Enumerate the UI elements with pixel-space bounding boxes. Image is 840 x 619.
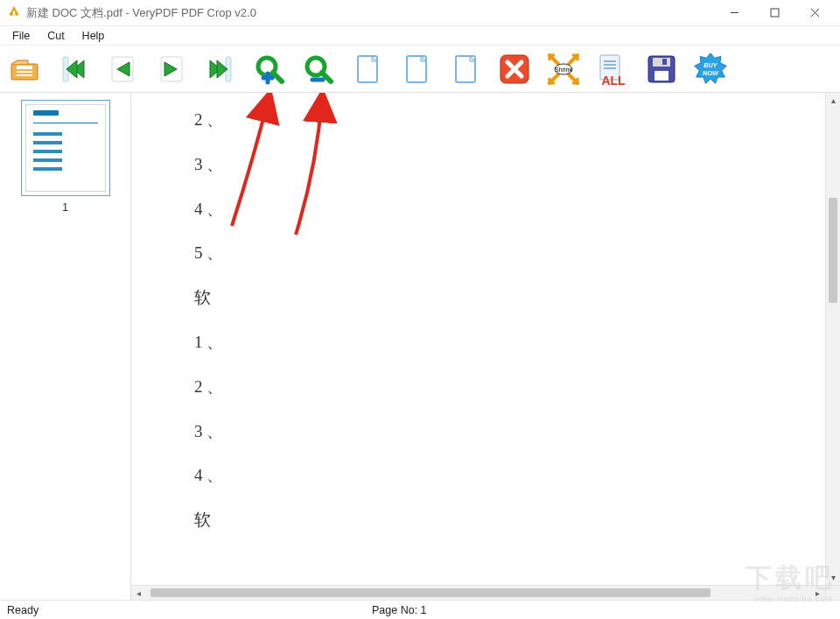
toolbar: Shrink ALL BUY NOW — [0, 46, 840, 93]
status-bar: Ready Page No: 1 — [0, 600, 840, 619]
watermark-text: 下载吧 — [746, 560, 835, 596]
svg-rect-5 — [17, 71, 32, 73]
document-text: 2 、3 、4 、5 、软1 、2 、3 、4 、软 — [194, 110, 223, 531]
thumbnail-label: 1 — [62, 201, 68, 214]
horizontal-scroll-thumb[interactable] — [150, 588, 710, 597]
close-button[interactable] — [794, 0, 835, 26]
open-button[interactable] — [5, 50, 44, 88]
svg-rect-26 — [654, 71, 668, 81]
shrink-button[interactable]: Shrink — [544, 50, 583, 88]
document-line: 2 、 — [194, 377, 223, 397]
buy-now-button[interactable]: BUY NOW — [691, 50, 730, 88]
save-button[interactable] — [642, 50, 681, 88]
svg-point-1 — [15, 12, 18, 16]
svg-rect-20 — [604, 60, 616, 62]
document-line: 2 、 — [194, 110, 223, 130]
horizontal-scrollbar[interactable]: ◂ ▸ — [131, 585, 825, 600]
document-line: 3 、 — [194, 155, 223, 175]
thumbnail-preview — [25, 104, 106, 192]
next-page-button[interactable] — [152, 50, 191, 88]
svg-point-0 — [10, 12, 13, 16]
document-line: 5 、 — [194, 243, 223, 264]
main-area: 1 2 、3 、4 、5 、软1 、2 、3 、4 、软 — [0, 93, 840, 600]
zoom-out-button[interactable] — [299, 50, 338, 88]
title-bar: 新建 DOC 文档.pdf - VeryPDF PDF Crop v2.0 — [0, 0, 840, 26]
vertical-scroll-thumb[interactable] — [829, 198, 837, 303]
thumbnail-1[interactable] — [21, 100, 110, 196]
document-line: 4 、 — [194, 466, 223, 486]
svg-text:BUY: BUY — [704, 61, 718, 69]
status-page-number: Page No: 1 — [372, 604, 427, 616]
svg-text:NOW: NOW — [703, 69, 719, 77]
svg-text:Shrink: Shrink — [555, 67, 572, 73]
svg-rect-22 — [604, 67, 616, 69]
scroll-up-arrow-icon[interactable]: ▴ — [826, 93, 840, 108]
svg-text:ALL: ALL — [601, 74, 626, 87]
minimize-button[interactable] — [714, 0, 754, 26]
document-line: 4 、 — [194, 200, 223, 220]
window-title: 新建 DOC 文档.pdf - VeryPDF PDF Crop v2.0 — [26, 5, 256, 21]
menu-bar: File Cut Help — [0, 26, 840, 46]
maximize-button[interactable] — [754, 0, 794, 26]
svg-rect-27 — [662, 59, 667, 65]
annotation-arrow-zoom-out — [280, 93, 350, 245]
svg-rect-25 — [653, 58, 670, 67]
app-icon — [7, 4, 21, 21]
thumbnail-panel: 1 — [0, 93, 131, 600]
menu-file[interactable]: File — [5, 28, 37, 44]
page-canvas[interactable]: 2 、3 、4 、5 、软1 、2 、3 、4 、软 — [131, 93, 825, 585]
last-page-button[interactable] — [201, 50, 240, 88]
blank-page-button-1[interactable] — [348, 50, 387, 88]
document-line: 软 — [194, 288, 223, 308]
document-viewer: 2 、3 、4 、5 、软1 、2 、3 、4 、软 — [131, 93, 840, 600]
zoom-in-button[interactable] — [250, 50, 289, 88]
svg-rect-2 — [771, 9, 779, 17]
blank-page-button-3[interactable] — [446, 50, 485, 88]
svg-rect-6 — [17, 74, 32, 76]
all-button[interactable]: ALL — [593, 50, 632, 88]
watermark-subtext: www.xiazaiba.com — [754, 594, 833, 603]
blank-page-button-2[interactable] — [397, 50, 436, 88]
document-line: 1 、 — [194, 333, 223, 353]
svg-rect-4 — [17, 66, 32, 69]
document-line: 软 — [194, 510, 223, 531]
menu-cut[interactable]: Cut — [40, 28, 71, 44]
svg-rect-21 — [604, 64, 616, 66]
menu-help[interactable]: Help — [75, 28, 112, 44]
status-ready: Ready — [7, 604, 38, 616]
first-page-button[interactable] — [54, 50, 93, 88]
document-line: 3 、 — [194, 422, 223, 442]
vertical-scrollbar[interactable]: ▴ ▾ — [825, 93, 840, 585]
prev-page-button[interactable] — [103, 50, 142, 88]
scroll-left-arrow-icon[interactable]: ◂ — [131, 586, 146, 600]
delete-button[interactable] — [495, 50, 534, 88]
